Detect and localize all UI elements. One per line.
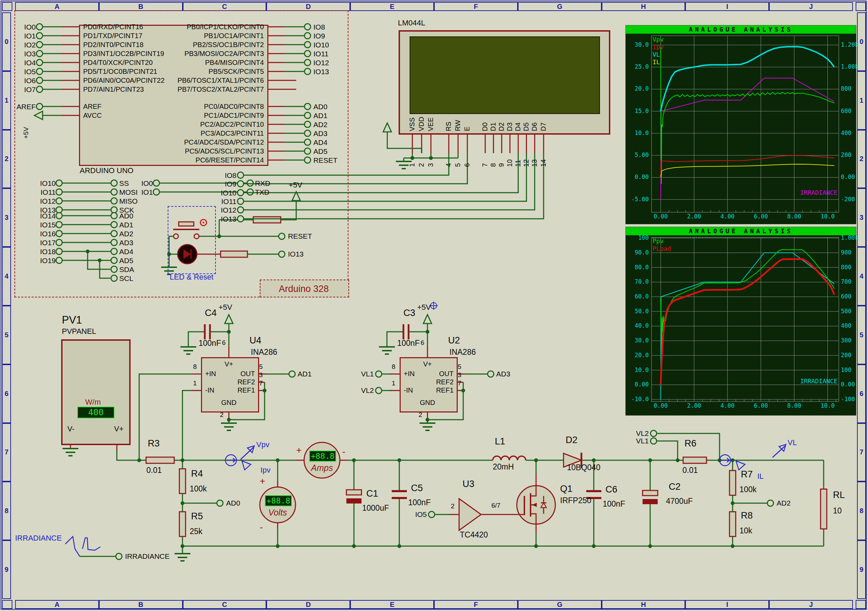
terminal-IO13: IO13 — [313, 68, 329, 75]
frame-col-E-bottom: E — [350, 600, 434, 609]
series-Ipv — [661, 156, 834, 178]
legend-Ipv: Ipv — [653, 44, 664, 50]
y-left-tick: 80.0 — [626, 265, 649, 270]
pin-number-5: 5 — [458, 364, 462, 370]
opamp-gnd: GND — [420, 399, 435, 406]
frame-row-8-right: 8 — [857, 481, 866, 540]
terminal-IO7: IO7 — [24, 86, 36, 93]
frame-col-J-top: J — [769, 2, 853, 11]
r3-val: 0.01 — [146, 466, 162, 474]
y-left-tick: 20.0 — [626, 353, 649, 358]
terminal-AD2: AD2 — [313, 121, 327, 128]
series-VL — [661, 47, 834, 111]
y-right-tick: 700 — [841, 279, 851, 285]
terminal-aref: AREF — [17, 103, 36, 110]
u3-pin-2: 2 — [451, 503, 455, 509]
u2-cap-val: 100nF — [397, 339, 420, 347]
ic-pin-label-avcc: AVCC — [83, 112, 102, 119]
terminal-vl1-r6: VL1 — [636, 437, 649, 444]
analogue-analysis-graph-bottom[interactable]: ANALOGUE ANALYSIS10090.080.070.060.050.0… — [625, 227, 856, 416]
pin-number-7: 7 — [259, 380, 263, 387]
y-right-tick: 900 — [841, 250, 851, 255]
lcd-pin-number: 12 — [523, 155, 530, 167]
frame-corner-3 — [856, 600, 866, 609]
x-tick: 2.00 — [684, 213, 704, 220]
pv-vminus-label: V- — [67, 425, 74, 433]
u3-val: TC4420 — [460, 531, 488, 539]
terminal-lcd-IO10: IO10 — [221, 189, 236, 196]
q1-val: IRFP250 — [560, 497, 591, 504]
terminal-AD5: AD5 — [313, 148, 327, 155]
c1-ref: C1 — [366, 489, 378, 498]
frame-col-D-top: D — [266, 2, 350, 11]
pin-number-1: 1 — [392, 380, 395, 387]
terminal-vl2-u2: VL2 — [361, 387, 374, 394]
y-right-tick: 0.00 — [841, 174, 855, 180]
y-left-tick: 0.00 — [626, 382, 649, 387]
volts-plus-mark: + — [260, 477, 265, 486]
frame-col-J-bottom: J — [769, 600, 853, 609]
ic-pin-label: PB0/ICP1/CLKO/PCINT0 — [151, 23, 264, 30]
x-tick: 8.00 — [784, 213, 804, 220]
y-left-tick: 30.0 — [626, 337, 649, 343]
frame-col-A-bottom: A — [15, 600, 99, 609]
terminal-ad1: AD1 — [298, 370, 312, 377]
graph-plot — [626, 227, 856, 415]
frame-corner-1 — [856, 2, 866, 11]
terminal-AD3: AD3 — [119, 239, 133, 246]
r4-val: 100k — [190, 485, 207, 493]
lcd-pin-number: 11 — [515, 155, 521, 167]
terminal-IO16: IO16 — [40, 230, 56, 237]
opamp-vplus: V+ — [423, 360, 432, 368]
pin-number-7: 7 — [458, 380, 462, 387]
frame-col-B-bottom: B — [99, 600, 183, 609]
terminal-AD1: AD1 — [313, 112, 327, 119]
opamp-out: OUT — [240, 370, 255, 377]
terminal-IO12: IO12 — [40, 198, 56, 205]
y-right-tick: 1.00k — [841, 64, 859, 70]
ipv-probe-label: Ipv — [260, 466, 270, 474]
ic-pin-label: PB4/MISO/PCINT4 — [151, 59, 264, 66]
pv-vplus-label: V+ — [114, 425, 124, 433]
frame-row-1-left: 1 — [2, 71, 11, 130]
lcd-pin-D4: D4 — [515, 115, 521, 131]
lcd-pin-number: 1 — [409, 155, 415, 167]
ic-pin-label: PD5/T1/OC0B/PCINT21 — [83, 68, 157, 75]
frame-row-0-left: 0 — [2, 12, 11, 71]
terminal-IO4: IO4 — [24, 59, 36, 66]
terminal-AD4: AD4 — [119, 248, 133, 255]
r6-val: 0.01 — [682, 466, 698, 474]
terminal-RESET: RESET — [313, 156, 338, 164]
u3-pin-6-7: 6/7 — [491, 502, 500, 509]
analogue-analysis-graph-top[interactable]: ANALOGUE ANALYSIS30.025.020.015.010.05.0… — [625, 25, 856, 224]
r7-val: 100k — [739, 486, 757, 493]
legend-Vpv: Vpv — [653, 36, 664, 43]
terminal-IO18: IO18 — [40, 248, 56, 255]
frame-row-4-right: 4 — [857, 247, 866, 306]
frame-row-5-left: 5 — [2, 306, 11, 364]
terminal-IO5: IO5 — [24, 68, 36, 75]
ic-pin-label: PB5/SCK/PCINT5 — [151, 68, 264, 75]
y-right-tick: 300 — [841, 337, 851, 343]
terminal-lcd-IO9: IO9 — [225, 180, 236, 187]
frame-row-8-left: 8 — [2, 481, 11, 540]
terminal-lcd-IO12: IO12 — [221, 206, 236, 213]
lcd-pin-VDD: VDD — [418, 115, 425, 131]
y-right-tick: 1.00k — [841, 235, 859, 241]
terminal-lcd-IO11: IO11 — [221, 198, 236, 205]
frame-corner-0 — [2, 2, 12, 11]
y-left-tick: 60.0 — [626, 294, 649, 300]
terminal-IO11: IO11 — [40, 189, 56, 196]
lcd-pin-number: 8 — [490, 155, 496, 167]
frame-col-B-top: B — [99, 2, 183, 11]
opamp-vplus: V+ — [225, 360, 233, 368]
series-Ppv — [661, 250, 834, 360]
led-reset-boundary — [168, 206, 216, 274]
terminal-lcd-IO13: IO13 — [221, 215, 236, 223]
power-5v-u2: +5V — [417, 304, 431, 311]
d2-ref: D2 — [566, 436, 578, 445]
terminal-SS: SS — [119, 179, 129, 187]
y-left-tick: 90.0 — [626, 250, 649, 255]
opamp-out: OUT — [439, 370, 454, 377]
opamp-minus-in: -IN — [205, 387, 214, 394]
